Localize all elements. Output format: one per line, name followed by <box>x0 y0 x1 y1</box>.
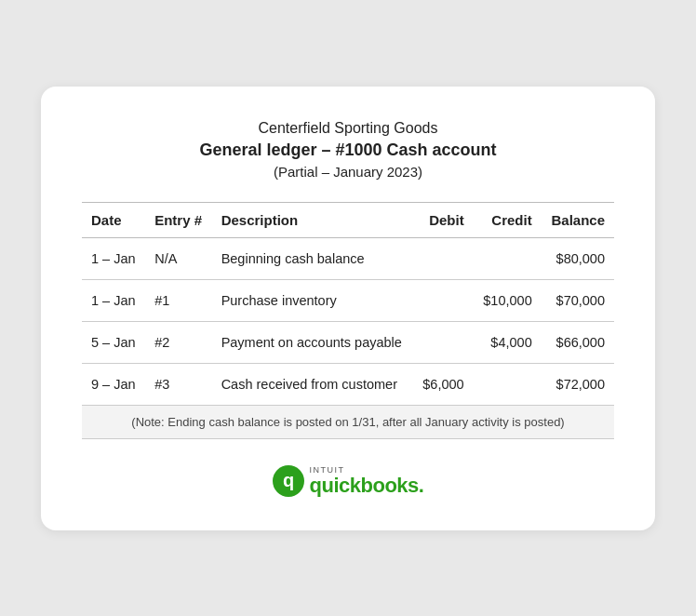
cell-entry-1: #1 <box>145 279 211 321</box>
footer: q INTUIT quickbooks. <box>82 465 614 501</box>
cell-debit-0 <box>413 237 474 279</box>
cell-debit-1 <box>413 279 474 321</box>
cell-balance-2: $66,000 <box>542 321 614 363</box>
table-row: 1 – Jan#1Purchase inventory$10,000$70,00… <box>82 279 614 321</box>
cell-debit-2 <box>413 321 474 363</box>
qb-text: INTUIT quickbooks. <box>310 466 424 496</box>
quickbooks-logo: q INTUIT quickbooks. <box>273 465 424 497</box>
company-name: Centerfield Sporting Goods <box>82 120 614 137</box>
ledger-table: Date Entry # Description Debit Credit Ba… <box>82 202 614 439</box>
qb-icon: q <box>273 465 304 497</box>
cell-date-3: 9 – Jan <box>82 363 145 405</box>
table-header-row: Date Entry # Description Debit Credit Ba… <box>82 202 614 237</box>
card-header: Centerfield Sporting Goods General ledge… <box>82 120 614 180</box>
cell-entry-0: N/A <box>145 237 211 279</box>
table-row: 5 – Jan#2Payment on accounts payable$4,0… <box>82 321 614 363</box>
svg-text:q: q <box>282 470 293 490</box>
cell-date-2: 5 – Jan <box>82 321 145 363</box>
col-credit: Credit <box>474 202 542 237</box>
ledger-subtitle: (Partial – January 2023) <box>82 164 614 180</box>
cell-credit-0 <box>474 237 542 279</box>
ledger-title: General ledger – #1000 Cash account <box>82 141 614 160</box>
col-date: Date <box>82 202 145 237</box>
cell-credit-3 <box>474 363 542 405</box>
cell-balance-3: $72,000 <box>542 363 614 405</box>
cell-credit-1: $10,000 <box>474 279 542 321</box>
main-card: Centerfield Sporting Goods General ledge… <box>41 87 655 530</box>
cell-description-1: Purchase inventory <box>212 279 413 321</box>
cell-debit-3: $6,000 <box>413 363 474 405</box>
col-debit: Debit <box>413 202 474 237</box>
col-entry: Entry # <box>145 202 211 237</box>
cell-entry-2: #2 <box>145 321 211 363</box>
table-row: 9 – Jan#3Cash received from customer$6,0… <box>82 363 614 405</box>
cell-entry-3: #3 <box>145 363 211 405</box>
col-description: Description <box>212 202 413 237</box>
note-row: (Note: Ending cash balance is posted on … <box>82 405 614 438</box>
cell-description-2: Payment on accounts payable <box>212 321 413 363</box>
cell-description-3: Cash received from customer <box>212 363 413 405</box>
cell-date-1: 1 – Jan <box>82 279 145 321</box>
cell-description-0: Beginning cash balance <box>212 237 413 279</box>
brand-label: quickbooks. <box>310 475 424 496</box>
col-balance: Balance <box>542 202 614 237</box>
note-text: (Note: Ending cash balance is posted on … <box>82 405 614 438</box>
cell-date-0: 1 – Jan <box>82 237 145 279</box>
cell-balance-1: $70,000 <box>542 279 614 321</box>
table-row: 1 – JanN/ABeginning cash balance$80,000 <box>82 237 614 279</box>
cell-balance-0: $80,000 <box>542 237 614 279</box>
cell-credit-2: $4,000 <box>474 321 542 363</box>
